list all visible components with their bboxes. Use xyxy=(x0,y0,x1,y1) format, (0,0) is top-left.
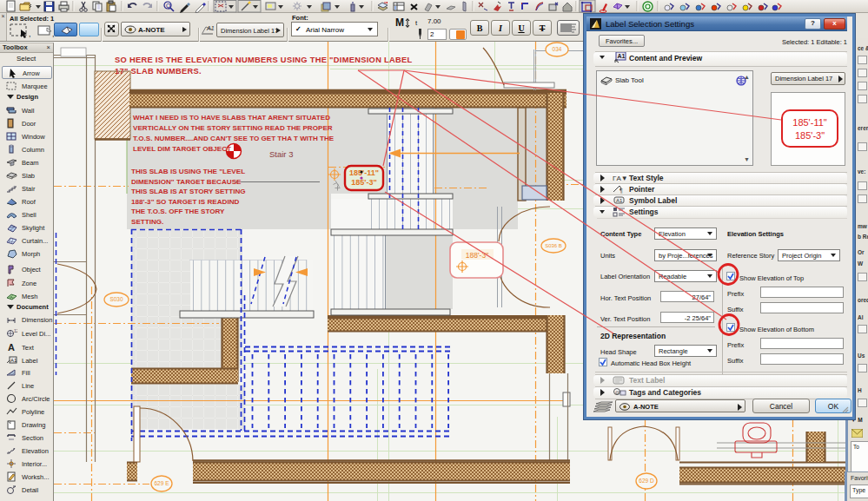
svg-text:¶: ¶ xyxy=(620,188,623,194)
svg-text:ΓA▼: ΓA▼ xyxy=(613,175,626,182)
svg-text:A1: A1 xyxy=(616,198,623,203)
svg-text:A1: A1 xyxy=(10,358,17,363)
svg-text:Q: Q xyxy=(166,3,171,10)
svg-text:185'-3": 185'-3" xyxy=(351,178,376,187)
svg-text:034: 034 xyxy=(553,46,562,52)
svg-text:S036 B: S036 B xyxy=(545,243,562,248)
svg-text:629 E: 629 E xyxy=(155,480,170,486)
svg-text:185'-11": 185'-11" xyxy=(349,168,379,177)
svg-text:S030: S030 xyxy=(109,296,123,302)
svg-text:@: @ xyxy=(615,390,620,395)
svg-text:A: A xyxy=(8,342,15,353)
svg-text:629 D: 629 D xyxy=(639,478,654,484)
svg-text:A1: A1 xyxy=(206,25,215,31)
svg-text:A1: A1 xyxy=(618,53,626,59)
svg-text:188'-3": 188'-3" xyxy=(466,251,488,260)
svg-text:12: 12 xyxy=(14,328,17,333)
svg-text:,: , xyxy=(29,30,31,38)
